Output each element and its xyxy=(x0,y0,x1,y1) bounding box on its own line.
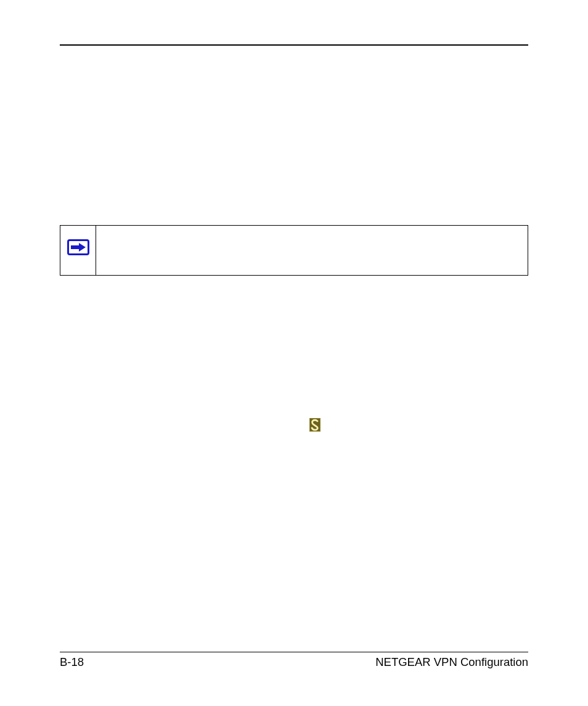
arrow-right-icon xyxy=(67,239,89,255)
note-callout xyxy=(60,225,528,276)
page-footer: B-18 NETGEAR VPN Configuration xyxy=(60,655,528,669)
s-logo-icon xyxy=(309,418,321,432)
document-page: B-18 NETGEAR VPN Configuration xyxy=(0,0,588,706)
note-icon-cell xyxy=(60,226,96,275)
note-body xyxy=(96,226,528,275)
header-rule xyxy=(60,44,528,46)
page-number: B-18 xyxy=(60,655,84,669)
footer-title: NETGEAR VPN Configuration xyxy=(375,655,528,669)
footer-rule xyxy=(60,652,528,652)
